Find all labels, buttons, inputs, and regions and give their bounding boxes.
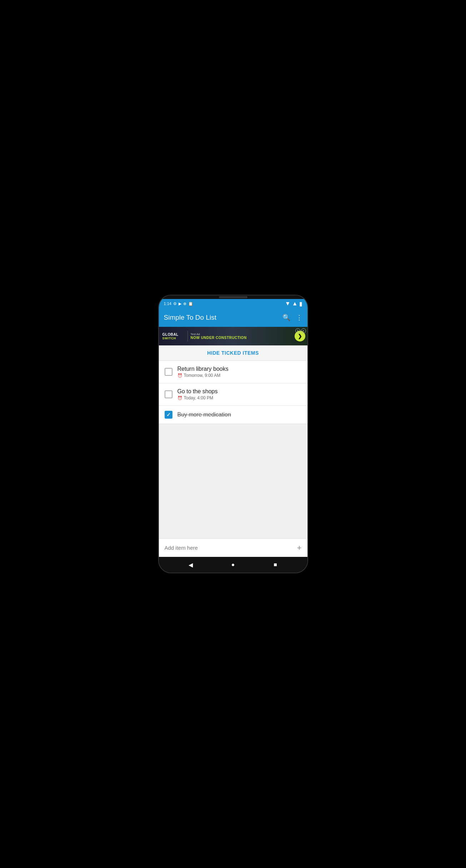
recent-icon: ■ bbox=[274, 562, 277, 568]
battery-icon: ▮ bbox=[299, 300, 302, 307]
todo-checkbox-2[interactable] bbox=[165, 390, 172, 398]
ad-label: Test Ad bbox=[191, 333, 295, 336]
todo-item-1[interactable]: Return library books ⏰ Tomorrow, 9:00 AM bbox=[159, 361, 307, 383]
nav-home-button[interactable]: ● bbox=[226, 558, 239, 571]
phone-frame: 1:14 ⚙ ▶ ⊕ 📋 ▼ ▲ ▮ Simple To Do List 🔍 ⋮… bbox=[158, 295, 308, 573]
ad-logo-top: GLOBAL bbox=[162, 333, 179, 336]
ad-close-icon: ✕ bbox=[302, 329, 305, 333]
ad-headline: NOW UNDER CONSTRUCTION bbox=[191, 336, 295, 340]
signal-icon: ▲ bbox=[292, 300, 298, 307]
hide-ticked-button[interactable]: HIDE TICKED ITEMS bbox=[207, 350, 259, 356]
plus-icon: + bbox=[297, 543, 302, 552]
ad-banner-inner: GLOBAL SWITCH Test Ad NOW UNDER CONSTRUC… bbox=[159, 327, 307, 345]
todo-content-1: Return library books ⏰ Tomorrow, 9:00 AM bbox=[177, 366, 302, 378]
todo-due-2: ⏰ Today, 4:00 PM bbox=[177, 395, 302, 400]
at-icon: ⊕ bbox=[183, 301, 186, 306]
add-item-bar: + bbox=[159, 538, 307, 557]
ad-text-area: Test Ad NOW UNDER CONSTRUCTION bbox=[191, 333, 295, 340]
ad-cta-arrow: ❯ bbox=[298, 333, 302, 339]
notch-bar bbox=[159, 295, 307, 299]
alarm-icon-1: ⏰ bbox=[177, 373, 182, 378]
checkmark-3: ✓ bbox=[166, 412, 171, 418]
wifi-icon: ▼ bbox=[285, 300, 291, 307]
ad-close-button[interactable]: ✕ bbox=[301, 328, 306, 333]
more-options-icon[interactable]: ⋮ bbox=[296, 314, 302, 321]
ad-info-icon: ℹ bbox=[297, 329, 298, 333]
status-bar: 1:14 ⚙ ▶ ⊕ 📋 ▼ ▲ ▮ bbox=[159, 299, 307, 308]
todo-item-3[interactable]: ✓ Buy more medication bbox=[159, 406, 307, 424]
add-item-button[interactable]: + bbox=[297, 544, 302, 552]
ad-logo-area: GLOBAL SWITCH bbox=[159, 331, 187, 341]
main-content: HIDE TICKED ITEMS Return library books ⏰… bbox=[159, 345, 307, 557]
time-display: 1:14 bbox=[164, 301, 171, 306]
todo-due-text-1: Tomorrow, 9:00 AM bbox=[184, 373, 221, 378]
notch bbox=[219, 296, 247, 298]
nav-recent-button[interactable]: ■ bbox=[269, 558, 282, 571]
back-icon: ◀ bbox=[189, 562, 193, 568]
todo-list: Return library books ⏰ Tomorrow, 9:00 AM… bbox=[159, 361, 307, 424]
todo-item-2[interactable]: Go to the shops ⏰ Today, 4:00 PM bbox=[159, 383, 307, 406]
todo-content-2: Go to the shops ⏰ Today, 4:00 PM bbox=[177, 388, 302, 400]
ad-info-button[interactable]: ℹ bbox=[295, 328, 300, 333]
status-left: 1:14 ⚙ ▶ ⊕ 📋 bbox=[164, 301, 193, 306]
todo-due-1: ⏰ Tomorrow, 9:00 AM bbox=[177, 373, 302, 378]
alarm-icon-2: ⏰ bbox=[177, 396, 182, 400]
hide-ticked-bar: HIDE TICKED ITEMS bbox=[159, 345, 307, 361]
ad-controls: ℹ ✕ bbox=[295, 328, 306, 333]
todo-checkbox-3[interactable]: ✓ bbox=[165, 411, 172, 419]
app-bar-actions: 🔍 ⋮ bbox=[282, 314, 302, 321]
nav-back-button[interactable]: ◀ bbox=[184, 558, 197, 571]
todo-title-3: Buy more medication bbox=[177, 411, 302, 418]
play-icon: ▶ bbox=[179, 301, 181, 306]
nav-bar: ◀ ● ■ bbox=[159, 557, 307, 573]
ad-logo-bottom: SWITCH bbox=[162, 336, 176, 340]
clip-icon: 📋 bbox=[188, 301, 193, 306]
app-bar: Simple To Do List 🔍 ⋮ bbox=[159, 308, 307, 327]
todo-content-3: Buy more medication bbox=[177, 411, 302, 418]
ad-banner: GLOBAL SWITCH Test Ad NOW UNDER CONSTRUC… bbox=[159, 327, 307, 345]
status-right: ▼ ▲ ▮ bbox=[285, 300, 302, 307]
gear-icon: ⚙ bbox=[173, 301, 177, 306]
home-icon: ● bbox=[231, 562, 235, 568]
todo-checkbox-1[interactable] bbox=[165, 368, 172, 376]
app-title: Simple To Do List bbox=[164, 314, 217, 321]
search-icon[interactable]: 🔍 bbox=[282, 314, 290, 321]
todo-title-2: Go to the shops bbox=[177, 388, 302, 395]
todo-title-1: Return library books bbox=[177, 366, 302, 372]
add-item-input[interactable] bbox=[165, 545, 297, 551]
ad-divider bbox=[187, 331, 188, 341]
todo-due-text-2: Today, 4:00 PM bbox=[184, 395, 214, 400]
empty-space bbox=[159, 424, 307, 538]
